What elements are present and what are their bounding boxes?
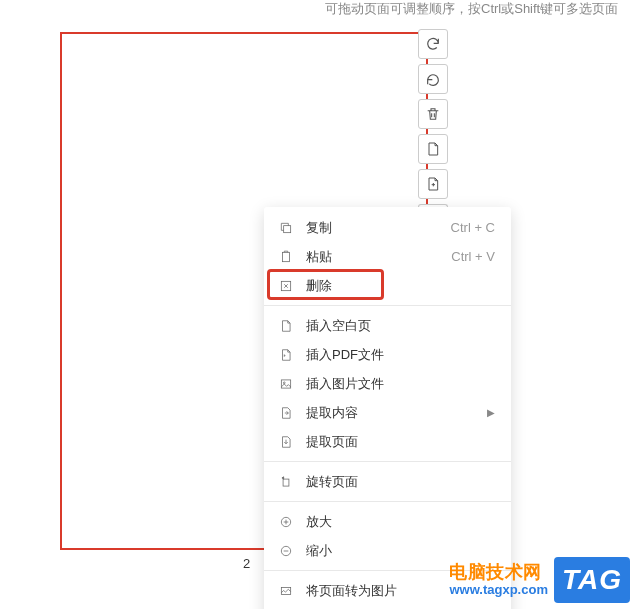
trash-icon — [425, 106, 441, 122]
menu-insert-pdf[interactable]: 插入PDF文件 — [264, 340, 511, 369]
rotate-icon — [278, 474, 294, 490]
menu-separator — [264, 305, 511, 306]
delete-x-icon — [278, 278, 294, 294]
pdf-file-icon — [278, 347, 294, 363]
undo-icon — [425, 71, 441, 87]
paste-icon — [278, 249, 294, 265]
menu-label: 插入空白页 — [306, 317, 495, 335]
chevron-right-icon: ▶ — [487, 407, 495, 418]
watermark-url: www.tagxp.com — [449, 583, 547, 597]
menu-insert-blank[interactable]: 插入空白页 — [264, 311, 511, 340]
menu-zoom-in[interactable]: 放大 — [264, 507, 511, 536]
page-plus-icon — [425, 176, 441, 192]
zoom-in-icon — [278, 514, 294, 530]
menu-label: 提取页面 — [306, 433, 495, 451]
svg-rect-1 — [283, 252, 290, 261]
image-file-icon — [278, 376, 294, 392]
zoom-out-icon — [278, 543, 294, 559]
menu-label: 复制 — [306, 219, 451, 237]
menu-rotate-page[interactable]: 旋转页面 — [264, 467, 511, 496]
svg-rect-0 — [284, 225, 291, 232]
watermark-badge: TAG — [554, 557, 630, 603]
insert-after-button[interactable] — [418, 169, 448, 199]
copy-icon — [278, 220, 294, 236]
menu-copy[interactable]: 复制 Ctrl + C — [264, 213, 511, 242]
undo-button[interactable] — [418, 64, 448, 94]
page-icon — [425, 141, 441, 157]
menu-shortcut: Ctrl + C — [451, 220, 495, 235]
menu-label: 放大 — [306, 513, 495, 531]
menu-label: 提取内容 — [306, 404, 481, 422]
menu-paste[interactable]: 粘贴 Ctrl + V — [264, 242, 511, 271]
hint-text: 可拖动页面可调整顺序，按Ctrl或Shift键可多选页面 — [325, 0, 618, 18]
insert-page-button[interactable] — [418, 134, 448, 164]
menu-label: 旋转页面 — [306, 473, 495, 491]
menu-shortcut: Ctrl + V — [451, 249, 495, 264]
menu-insert-image[interactable]: 插入图片文件 — [264, 369, 511, 398]
blank-page-icon — [278, 318, 294, 334]
menu-print[interactable]: 打印 — [264, 605, 511, 609]
delete-button[interactable] — [418, 99, 448, 129]
watermark: 电脑技术网 www.tagxp.com TAG — [449, 557, 630, 603]
extract-content-icon — [278, 405, 294, 421]
page-number: 2 — [243, 556, 250, 571]
svg-rect-3 — [281, 379, 290, 387]
extract-page-icon — [278, 434, 294, 450]
menu-separator — [264, 461, 511, 462]
menu-extract-content[interactable]: 提取内容 ▶ — [264, 398, 511, 427]
menu-delete[interactable]: 删除 — [264, 271, 511, 300]
menu-separator — [264, 501, 511, 502]
rotate-right-icon — [425, 36, 441, 52]
menu-label: 插入PDF文件 — [306, 346, 495, 364]
menu-label: 粘贴 — [306, 248, 451, 266]
side-toolbar — [418, 29, 448, 219]
svg-point-4 — [283, 381, 285, 383]
svg-rect-5 — [283, 479, 289, 486]
rotate-right-button[interactable] — [418, 29, 448, 59]
watermark-title: 电脑技术网 — [449, 563, 547, 583]
menu-label: 删除 — [306, 277, 495, 295]
menu-extract-page[interactable]: 提取页面 — [264, 427, 511, 456]
context-menu: 复制 Ctrl + C 粘贴 Ctrl + V 删除 插入空白页 插入PDF文件… — [264, 207, 511, 609]
menu-label: 插入图片文件 — [306, 375, 495, 393]
convert-image-icon — [278, 583, 294, 599]
